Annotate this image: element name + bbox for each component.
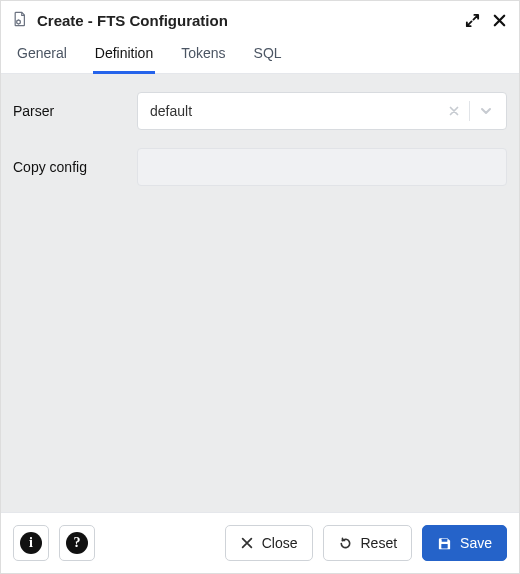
info-icon: i: [20, 532, 42, 554]
help-icon: ?: [66, 532, 88, 554]
copy-config-select[interactable]: [137, 148, 507, 186]
tab-sql[interactable]: SQL: [252, 37, 284, 74]
chevron-down-icon[interactable]: [472, 93, 498, 129]
parser-row: Parser default: [13, 92, 507, 130]
window-title: Create - FTS Configuration: [37, 12, 228, 29]
help-button[interactable]: ?: [59, 525, 95, 561]
close-button[interactable]: Close: [225, 525, 313, 561]
definition-panel: Parser default Copy config: [1, 74, 519, 512]
dialog-footer: i ? Close Reset Save: [1, 512, 519, 573]
copy-config-label: Copy config: [13, 159, 137, 175]
close-button-label: Close: [262, 535, 298, 551]
tab-tokens[interactable]: Tokens: [179, 37, 227, 74]
close-icon[interactable]: [492, 13, 507, 28]
parser-select[interactable]: default: [137, 92, 507, 130]
reset-icon: [338, 536, 353, 551]
tab-definition[interactable]: Definition: [93, 37, 155, 74]
window-titlebar: Create - FTS Configuration: [1, 1, 519, 37]
save-icon: [437, 536, 452, 551]
select-divider: [469, 101, 470, 121]
copy-config-row: Copy config: [13, 148, 507, 186]
parser-label: Parser: [13, 103, 137, 119]
info-button[interactable]: i: [13, 525, 49, 561]
tab-general[interactable]: General: [15, 37, 69, 74]
save-button[interactable]: Save: [422, 525, 507, 561]
clear-icon[interactable]: [441, 93, 467, 129]
svg-rect-1: [442, 538, 448, 541]
reset-button-label: Reset: [361, 535, 398, 551]
parser-select-value: default: [150, 103, 441, 119]
expand-icon[interactable]: [465, 13, 480, 28]
save-button-label: Save: [460, 535, 492, 551]
reset-button[interactable]: Reset: [323, 525, 413, 561]
tab-bar: General Definition Tokens SQL: [1, 37, 519, 74]
document-icon: [13, 11, 29, 29]
close-x-icon: [240, 536, 254, 550]
svg-rect-2: [441, 544, 447, 548]
